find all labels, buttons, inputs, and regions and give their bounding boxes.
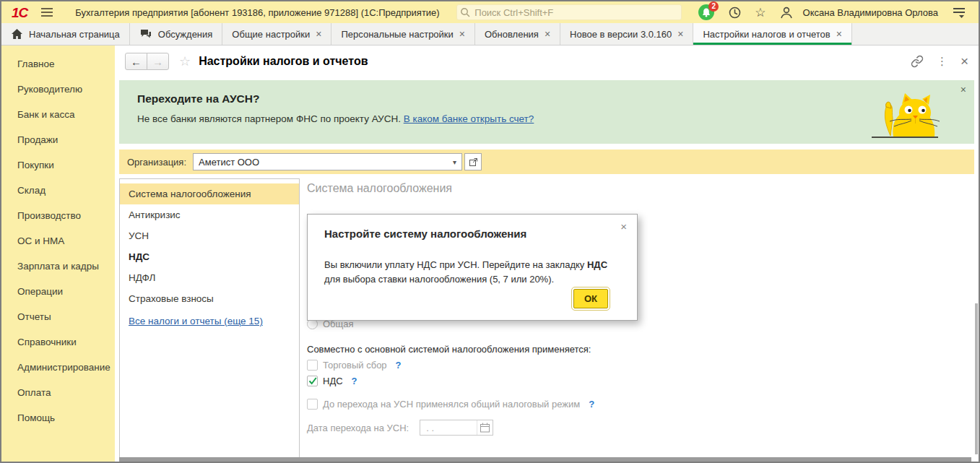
- checkbox-trade-fee[interactable]: [307, 360, 318, 371]
- tab-label: Новое в версии 3.0.160: [570, 29, 672, 40]
- tab-updates[interactable]: Обновления ×: [475, 23, 560, 45]
- dialog-message: Вы включили уплату НДС при УСН. Перейдит…: [324, 258, 616, 287]
- cat-mascot-illustration: [869, 90, 941, 142]
- sidebar-item-bank-i-kassa[interactable]: Банк и касса: [1, 102, 115, 127]
- sidebar-item-prodazhi[interactable]: Продажи: [1, 127, 115, 152]
- sidebar-item-pokupki[interactable]: Покупки: [1, 152, 115, 178]
- settings-nav-item-nds[interactable]: НДС: [120, 246, 299, 267]
- get-link-icon[interactable]: [911, 55, 924, 68]
- forward-button[interactable]: →: [147, 53, 169, 70]
- hamburger-menu-icon[interactable]: [40, 7, 53, 17]
- notification-badge: 2: [708, 1, 719, 12]
- dialog-message-text: для выбора ставки налогообложения (5, 7 …: [324, 274, 554, 285]
- banner-close-icon[interactable]: ×: [961, 84, 966, 95]
- tab-close-icon[interactable]: ×: [545, 29, 550, 39]
- notifications-button[interactable]: 2: [698, 4, 715, 21]
- page-title: Настройки налогов и отчетов: [199, 55, 368, 68]
- sidebar-item-sklad[interactable]: Склад: [1, 178, 115, 203]
- checkbox-trade-fee-label: Торговый сбор: [323, 360, 387, 371]
- search-box: [456, 4, 682, 20]
- checkbox-vat-label: НДС: [323, 376, 343, 386]
- sidebar: Главное Руководителю Банк и касса Продаж…: [1, 46, 115, 462]
- sidebar-item-spravochniki[interactable]: Справочники: [1, 329, 115, 355]
- banner-text: Не все банки являются партнером ФНС по п…: [137, 113, 401, 124]
- tab-discussions[interactable]: Обсуждения: [130, 23, 223, 45]
- banner-link[interactable]: В каком банке открыть счет?: [404, 113, 534, 124]
- app-window: 1С Бухгалтерия предприятия [абонент 1931…: [0, 0, 980, 463]
- user-icon[interactable]: [779, 6, 794, 20]
- sidebar-item-glavnoe[interactable]: Главное: [1, 51, 115, 77]
- back-button[interactable]: ←: [125, 53, 147, 70]
- settings-nav-item-antikrizis[interactable]: Антикризис: [120, 204, 299, 225]
- home-icon: [11, 28, 23, 40]
- organization-label: Организация:: [127, 157, 186, 168]
- open-organization-button[interactable]: [464, 153, 482, 170]
- horizontal-scrollbar[interactable]: [119, 457, 971, 462]
- dialog-close-icon[interactable]: ×: [620, 220, 627, 233]
- tab-general-settings[interactable]: Общие настройки ×: [222, 23, 331, 45]
- settings-nav: Система налогообложения Антикризис УСН Н…: [119, 178, 300, 462]
- settings-nav-item-tax-system[interactable]: Система налогообложения: [120, 183, 299, 204]
- tab-close-icon[interactable]: ×: [677, 29, 683, 39]
- sidebar-item-zarplata-i-kadry[interactable]: Зарплата и кадры: [1, 254, 115, 279]
- settings-nav-item-insurance[interactable]: Страховые взносы: [120, 288, 299, 309]
- combined-system-label: Совместно с основной системой налогообло…: [307, 344, 591, 355]
- tax-system-dialog: Настройте систему налогообложения × Вы в…: [307, 214, 638, 321]
- sidebar-item-proizvodstvo[interactable]: Производство: [1, 203, 115, 228]
- settings-nav-item-ndfl[interactable]: НДФЛ: [120, 267, 299, 288]
- banner-title: Переходите на АУСН?: [137, 92, 974, 105]
- ausn-banner: Переходите на АУСН? Не все банки являютс…: [119, 80, 974, 144]
- organization-row: Организация: ▾: [119, 150, 974, 174]
- 1c-logo: 1С: [12, 6, 27, 20]
- help-icon[interactable]: ?: [352, 376, 357, 386]
- tab-home[interactable]: Начальная страница: [1, 23, 130, 45]
- all-taxes-link[interactable]: Все налоги и отчеты (еще 15): [129, 316, 263, 326]
- dialog-message-text: Вы включили уплату НДС при УСН. Перейдит…: [324, 259, 584, 270]
- tab-whats-new[interactable]: Новое в версии 3.0.160 ×: [560, 23, 693, 45]
- usn-date-input[interactable]: . .: [420, 420, 477, 435]
- sidebar-item-otchety[interactable]: Отчеты: [1, 304, 115, 329]
- page-header: ← → ☆ Настройки налогов и отчетов ⋮ ×: [115, 46, 979, 77]
- tab-close-icon[interactable]: ×: [316, 29, 321, 39]
- tab-label: Начальная страница: [29, 29, 120, 40]
- dialog-message-bold: НДС: [587, 259, 607, 270]
- ok-button[interactable]: ОК: [573, 289, 608, 308]
- panel-title: Система налогообложения: [307, 182, 452, 195]
- tab-bar: Начальная страница Обсуждения Общие наст…: [1, 23, 979, 46]
- service-menu-button[interactable]: [952, 6, 966, 19]
- more-actions-icon[interactable]: ⋮: [937, 55, 948, 68]
- vertical-scrollbar[interactable]: [975, 303, 978, 454]
- sidebar-item-os-i-nma[interactable]: ОС и НМА: [1, 228, 115, 254]
- tab-label: Общие настройки: [232, 29, 310, 40]
- settings-nav-item-usn[interactable]: УСН: [120, 225, 299, 246]
- tab-tax-settings[interactable]: Настройки налогов и отчетов ×: [693, 23, 851, 45]
- user-name: Оксана Владимировна Орлова: [803, 7, 938, 18]
- history-button[interactable]: [728, 6, 742, 20]
- help-icon[interactable]: ?: [396, 360, 402, 371]
- organization-input[interactable]: [194, 154, 448, 170]
- checkbox-before-usn[interactable]: [307, 399, 318, 410]
- close-page-icon[interactable]: ×: [961, 53, 968, 69]
- tab-close-icon[interactable]: ×: [836, 29, 842, 39]
- chat-icon: [139, 28, 152, 40]
- favorite-star-icon[interactable]: ☆: [179, 53, 191, 69]
- dialog-title: Настройте систему налогообложения: [324, 228, 526, 240]
- favorites-button[interactable]: ☆: [755, 7, 766, 19]
- sidebar-item-pomosch[interactable]: Помощь: [1, 405, 115, 430]
- sidebar-item-rukovoditelyu[interactable]: Руководителю: [1, 77, 115, 102]
- usn-date-field: . .: [420, 420, 493, 436]
- tab-close-icon[interactable]: ×: [459, 29, 465, 39]
- calendar-icon[interactable]: [477, 420, 493, 435]
- organization-combo: ▾: [193, 153, 462, 170]
- chevron-down-icon[interactable]: ▾: [448, 154, 461, 170]
- tab-personal-settings[interactable]: Персональные настройки ×: [331, 23, 475, 45]
- tab-label: Настройки налогов и отчетов: [703, 29, 830, 40]
- checkbox-vat[interactable]: [307, 376, 318, 386]
- search-input[interactable]: [456, 4, 682, 20]
- sidebar-item-oplata[interactable]: Оплата: [1, 380, 115, 405]
- content-area: ← → ☆ Настройки налогов и отчетов ⋮ × Пе…: [115, 46, 979, 462]
- sidebar-item-operacii[interactable]: Операции: [1, 279, 115, 304]
- sidebar-item-administrirovanie[interactable]: Администрирование: [1, 355, 115, 380]
- tab-label: Персональные настройки: [341, 29, 453, 40]
- help-icon[interactable]: ?: [589, 399, 594, 410]
